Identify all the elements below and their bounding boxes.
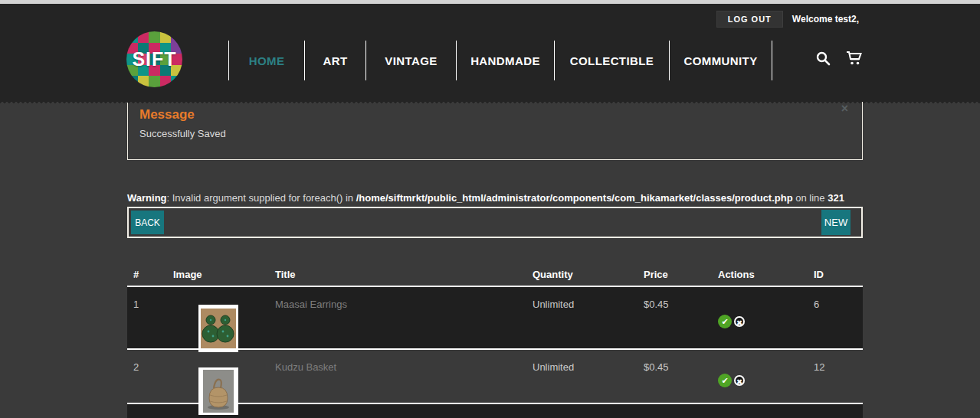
nav-label: HOME: [249, 54, 285, 67]
product-title[interactable]: Kudzu Basket: [275, 350, 533, 403]
nav-item-home[interactable]: HOME: [228, 41, 304, 80]
php-warning-text: Warning: Invalid argument supplied for f…: [127, 192, 863, 204]
row-number: 1: [127, 287, 173, 348]
product-price: $0.45: [644, 287, 718, 348]
warning-tail: on line: [793, 192, 828, 204]
nav-item-collectible[interactable]: COLLECTIBLE: [554, 41, 669, 80]
publish-check-icon[interactable]: ✔: [718, 315, 732, 328]
column-header-quantity: Quantity: [533, 269, 644, 280]
nav-label: COMMUNITY: [683, 54, 757, 67]
system-message-panel: × Message Successfully Saved: [127, 98, 863, 160]
list-toolbar: BACK NEW: [127, 207, 863, 238]
table-header-row: # Image Title Quantity Price Actions ID: [127, 263, 863, 286]
logout-button[interactable]: LOG OUT: [716, 11, 783, 28]
message-title: Message: [139, 107, 851, 122]
nav-label: COLLECTIBLE: [570, 54, 654, 67]
product-id: 6: [814, 287, 863, 348]
product-title[interactable]: Quincy Jones: [275, 404, 533, 418]
account-topbar: LOG OUT Welcome test2,: [716, 11, 859, 28]
product-price: $0.45: [644, 404, 718, 418]
nav-item-handmade[interactable]: HANDMADE: [456, 41, 554, 80]
back-button[interactable]: BACK: [131, 211, 164, 234]
maasai-earrings-thumbnail: [198, 305, 238, 352]
product-actions: ✔ ✖: [718, 350, 814, 403]
product-quantity: Unlimited: [533, 404, 644, 418]
nav-label: VINTAGE: [385, 54, 437, 67]
product-id: 13: [814, 404, 863, 418]
product-id: 12: [814, 350, 863, 403]
nav-label: ART: [323, 54, 347, 67]
unpublish-x-icon[interactable]: ✖: [734, 375, 745, 386]
product-quantity: Unlimited: [533, 287, 644, 348]
product-image-cell: [173, 287, 275, 348]
product-actions: ✔ ✖: [718, 287, 814, 348]
column-header-price: Price: [644, 269, 718, 280]
message-body: Successfully Saved: [139, 128, 851, 139]
product-title[interactable]: Maasai Earrings: [275, 287, 533, 348]
warning-mid: : Invalid argument supplied for foreach(…: [167, 192, 356, 204]
new-button[interactable]: NEW: [821, 210, 851, 235]
column-header-title: Title: [275, 269, 533, 280]
table-row: 1 Maasai Earrings Unlimited $0.45 ✔: [127, 287, 863, 348]
publish-check-icon[interactable]: ✔: [718, 374, 732, 387]
site-header: LOG OUT Welcome test2, SIFT HOME ART VIN…: [0, 4, 980, 98]
product-quantity: Unlimited: [533, 350, 644, 403]
unpublish-x-icon[interactable]: ✖: [734, 316, 745, 327]
product-price: $0.45: [644, 350, 718, 403]
nav-label: HANDMADE: [470, 54, 540, 67]
warning-path: /home/siftmrkt/public_html/administrator…: [356, 192, 793, 204]
close-icon[interactable]: ×: [841, 103, 848, 115]
column-header-id: ID: [814, 269, 863, 280]
nav-item-vintage[interactable]: VINTAGE: [365, 41, 456, 80]
products-table: # Image Title Quantity Price Actions ID …: [127, 263, 863, 418]
row-number: 2: [127, 350, 173, 403]
cart-icon[interactable]: [846, 51, 863, 66]
logo-text: SIFT: [126, 48, 182, 70]
product-image-cell: [173, 404, 275, 418]
header-zigzag-edge: [0, 98, 980, 104]
column-header-image: Image: [173, 269, 275, 280]
row-number: 3: [127, 404, 173, 418]
product-actions: ✔ ✖: [718, 404, 814, 418]
welcome-text: Welcome test2,: [792, 14, 859, 24]
column-header-actions: Actions: [718, 269, 814, 280]
site-logo[interactable]: SIFT: [126, 31, 182, 87]
header-icons: [815, 51, 863, 66]
warning-word: Warning: [127, 192, 167, 204]
product-image-cell: [173, 350, 275, 403]
main-content: × Message Successfully Saved Warning: In…: [127, 98, 863, 418]
search-icon[interactable]: [815, 51, 831, 66]
table-row: 3 Quincy Jones Unlimited $0.45 ✔ ✖ 13: [127, 404, 863, 418]
table-row: 2 Kudzu Basket Unlimited $0.45 ✔ ✖ 12: [127, 350, 863, 403]
nav-item-art[interactable]: ART: [304, 41, 365, 80]
column-header-num: #: [127, 269, 173, 280]
warning-line-number: 321: [828, 192, 844, 204]
nav-item-community[interactable]: COMMUNITY: [669, 41, 772, 80]
